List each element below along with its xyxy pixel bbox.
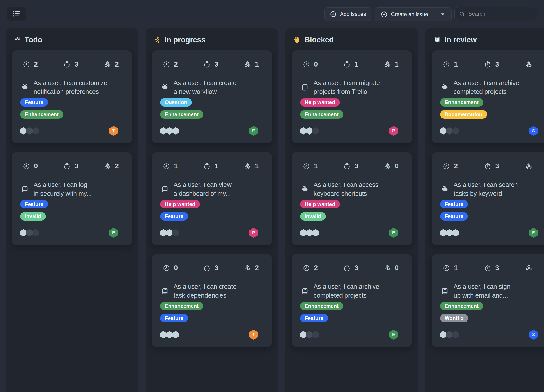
- label-badge: Feature: [160, 314, 188, 323]
- stat-cubes: [525, 163, 539, 170]
- add-issues-button[interactable]: Add issues: [325, 7, 371, 21]
- cubes-count: 2: [115, 60, 119, 68]
- chevron-down-icon: [440, 12, 446, 17]
- timer-count: 1: [355, 60, 358, 68]
- clock-count: 0: [314, 60, 318, 68]
- progress-hex: [20, 127, 27, 135]
- progress-dots: [20, 127, 39, 135]
- progress-hex: [440, 127, 446, 135]
- issue-card[interactable]: 130As a user, I can access keyboard shor…: [292, 152, 412, 245]
- stat-timer: 3: [484, 60, 499, 68]
- card-title: As a user, I can search tasks by keyword: [454, 180, 518, 198]
- label-badge: Wontfix: [440, 314, 468, 323]
- timer-count: 3: [495, 162, 499, 170]
- progress-hex: [306, 331, 313, 338]
- card-footer: E: [160, 126, 264, 136]
- clock-count: 2: [454, 162, 458, 170]
- label-badge: Enhancement: [20, 110, 63, 119]
- issue-card[interactable]: 23As a user, I can search tasks by keywo…: [432, 152, 544, 245]
- cubes-count: 2: [255, 264, 259, 272]
- plus-circle-icon: [381, 11, 388, 18]
- label-badge: Enhancement: [300, 302, 343, 310]
- stat-clock: 1: [163, 162, 178, 170]
- search-input[interactable]: [468, 11, 537, 17]
- cubes-icon: [384, 265, 391, 272]
- stat-clock: 2: [303, 264, 318, 272]
- card-stats: 13: [440, 264, 544, 272]
- card-stats: 032: [20, 162, 124, 170]
- stat-cubes: 2: [104, 162, 119, 170]
- create-issue-dropdown-button[interactable]: [434, 7, 451, 21]
- clock-count: 1: [454, 60, 458, 68]
- issue-card[interactable]: 111As a user, I can view a dashboard of …: [152, 152, 272, 245]
- label-badge: Enhancement: [300, 110, 343, 119]
- flag-icon: [13, 36, 21, 44]
- avatar: P: [249, 228, 258, 238]
- stat-timer: 3: [203, 264, 218, 272]
- create-issue-button[interactable]: Create an issue: [375, 7, 434, 21]
- timer-icon: [203, 61, 211, 68]
- book-icon: [441, 287, 449, 295]
- progress-hex: [306, 127, 313, 135]
- card-title: As a user, I can log in securely with my…: [34, 180, 92, 198]
- card-stats: 130: [300, 162, 404, 170]
- cubes-count: 0: [395, 162, 399, 170]
- stat-clock: 2: [23, 60, 38, 68]
- issue-card[interactable]: 230As a user, I can archive completed pr…: [292, 254, 412, 347]
- progress-dots: [160, 229, 179, 236]
- progress-dots: [300, 229, 319, 236]
- create-issue-label: Create an issue: [391, 11, 428, 17]
- clock-icon: [163, 163, 170, 170]
- issue-card[interactable]: 032As a user, I can create task dependen…: [152, 254, 272, 347]
- search-icon: [459, 11, 465, 17]
- issue-card[interactable]: 232As a user, I can customize notificati…: [12, 50, 132, 144]
- progress-hex: [306, 229, 313, 236]
- card-title: As a user, I can access keyboard shortcu…: [313, 180, 378, 198]
- book-icon: [21, 185, 29, 193]
- clock-icon: [23, 61, 30, 68]
- book-icon: [161, 287, 169, 295]
- clock-count: 1: [314, 162, 318, 170]
- avatar: E: [389, 330, 398, 340]
- kanban-board: Todo232As a user, I can customize notifi…: [6, 28, 544, 392]
- progress-hex: [33, 229, 39, 236]
- list-view-button[interactable]: [7, 7, 26, 21]
- progress-hex: [33, 127, 39, 135]
- issue-card[interactable]: 13As a user, I can archive completed pro…: [432, 50, 544, 144]
- issue-card[interactable]: 011As a user, I can migrate projects fro…: [292, 50, 412, 144]
- avatar: P: [389, 126, 398, 136]
- cubes-icon: [525, 163, 532, 170]
- issue-card[interactable]: 231As a user, I can create a new workflo…: [152, 50, 272, 144]
- card-footer: E: [300, 330, 404, 340]
- column-header: In progress: [154, 35, 270, 44]
- stat-timer: 3: [203, 60, 218, 68]
- progress-hex: [300, 127, 307, 135]
- issue-card[interactable]: 032As a user, I can log in securely with…: [12, 152, 132, 245]
- stat-cubes: 1: [384, 60, 399, 68]
- progress-hex: [160, 229, 166, 236]
- timer-icon: [484, 163, 491, 170]
- progress-hex: [26, 127, 33, 135]
- progress-hex: [452, 331, 459, 338]
- card-stats: 231: [160, 60, 264, 68]
- stat-cubes: [525, 265, 539, 272]
- issue-card[interactable]: 13As a user, I can sign up with email an…: [432, 254, 544, 347]
- clock-count: 2: [34, 60, 38, 68]
- cubes-icon: [384, 61, 391, 68]
- card-stats: 011: [300, 60, 404, 68]
- card-title: As a user, I can migrate projects from T…: [313, 78, 380, 96]
- clock-icon: [443, 163, 450, 170]
- progress-dots: [440, 331, 459, 338]
- avatar: S: [529, 126, 538, 136]
- stat-timer: 3: [63, 60, 78, 68]
- progress-hex: [20, 229, 27, 236]
- card-title-row: As a user, I can migrate projects from T…: [300, 78, 404, 96]
- timer-count: 3: [355, 264, 358, 272]
- timer-icon: [203, 265, 211, 272]
- card-title-row: As a user, I can customize notification …: [20, 78, 124, 96]
- book-icon: [301, 84, 309, 91]
- label-badge: Help wanted: [300, 200, 340, 208]
- stat-timer: 1: [343, 60, 358, 68]
- cubes-icon: [244, 61, 251, 68]
- bug-icon: [301, 185, 309, 193]
